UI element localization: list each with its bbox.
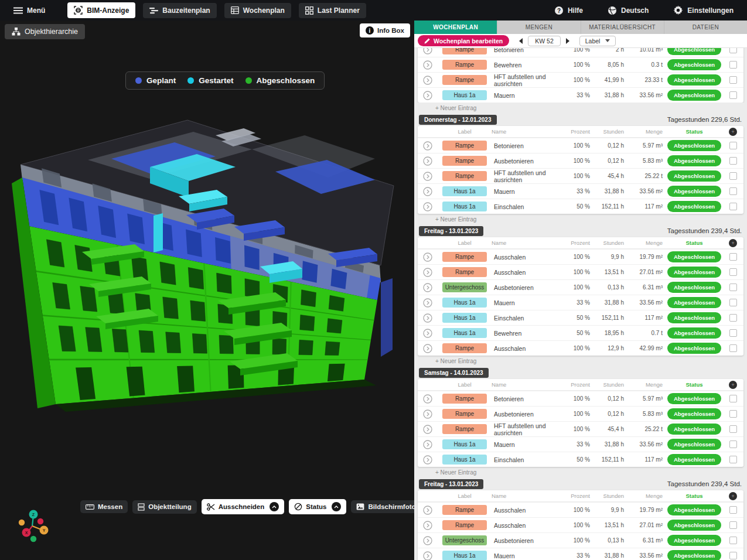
- row-expand-chevron[interactable]: [418, 268, 438, 277]
- screenshot-button[interactable]: Bildschirmfoto: [351, 500, 414, 513]
- measure-button[interactable]: Messen: [80, 500, 128, 513]
- bim-3d-viewer[interactable]: Objekthierarchie i Info Box Geplant Gest…: [0, 21, 414, 560]
- row-expand-chevron[interactable]: [418, 313, 438, 323]
- row-checkbox[interactable]: [729, 61, 737, 69]
- row-checkbox[interactable]: [729, 410, 737, 418]
- row-expand-chevron[interactable]: [418, 394, 438, 404]
- row-label-chip[interactable]: Rampe: [442, 48, 487, 54]
- row-checkbox[interactable]: [729, 344, 737, 352]
- row-expand-chevron[interactable]: [418, 409, 438, 419]
- status-badge[interactable]: Abgeschlossen: [667, 327, 721, 339]
- settings-button[interactable]: Einstellungen: [667, 2, 740, 19]
- row-label-chip[interactable]: Haus 1a: [442, 551, 487, 560]
- tab-materialuebersicht[interactable]: MATERIALÜBERSICHT: [581, 21, 664, 34]
- row-label-chip[interactable]: Rampe: [442, 409, 487, 419]
- language-button[interactable]: Deutsch: [601, 2, 655, 19]
- status-badge[interactable]: Abgeschlossen: [667, 186, 721, 197]
- row-checkbox[interactable]: [729, 284, 737, 291]
- row-checkbox[interactable]: [729, 299, 737, 306]
- row-label-chip[interactable]: Rampe: [442, 505, 487, 515]
- row-label-chip[interactable]: Rampe: [442, 156, 487, 166]
- row-checkbox[interactable]: [729, 76, 737, 84]
- tab-wochenplan[interactable]: WOCHENPLAN: [414, 21, 497, 34]
- row-checkbox[interactable]: [729, 521, 737, 529]
- status-badge[interactable]: Abgeschlossen: [667, 550, 721, 560]
- row-expand-chevron[interactable]: [418, 252, 438, 262]
- label-filter-dropdown[interactable]: Label: [579, 36, 616, 46]
- row-label-chip[interactable]: Haus 1a: [442, 313, 487, 323]
- row-expand-chevron[interactable]: [418, 48, 438, 54]
- status-badge[interactable]: Abgeschlossen: [667, 90, 721, 101]
- status-badge[interactable]: Abgeschlossen: [667, 520, 721, 531]
- row-expand-chevron[interactable]: [418, 455, 438, 465]
- new-entry-button[interactable]: + Neuer Eintrag: [414, 467, 747, 477]
- row-checkbox[interactable]: [729, 314, 737, 322]
- object-split-button[interactable]: Objektteilung: [132, 500, 196, 514]
- status-badge[interactable]: Abgeschlossen: [667, 74, 721, 86]
- row-checkbox[interactable]: [729, 329, 737, 337]
- row-expand-chevron[interactable]: [418, 551, 438, 560]
- row-checkbox[interactable]: [729, 253, 737, 261]
- nav-last-planner[interactable]: Last Planner: [299, 3, 366, 18]
- row-expand-chevron[interactable]: [418, 536, 438, 545]
- new-entry-button[interactable]: + Neuer Eintrag: [414, 356, 747, 366]
- row-expand-chevron[interactable]: [418, 202, 438, 211]
- new-entry-button[interactable]: + Neuer Eintrag: [414, 214, 747, 224]
- row-checkbox[interactable]: [729, 395, 737, 402]
- row-expand-chevron[interactable]: [418, 506, 438, 515]
- status-badge[interactable]: Abgeschlossen: [667, 393, 721, 404]
- row-checkbox[interactable]: [729, 441, 737, 448]
- row-label-chip[interactable]: Rampe: [442, 394, 487, 404]
- row-checkbox[interactable]: [729, 203, 737, 210]
- previous-week-arrow[interactable]: [519, 38, 523, 44]
- row-label-chip[interactable]: Haus 1a: [442, 186, 487, 196]
- row-label-chip[interactable]: Rampe: [442, 60, 487, 70]
- row-label-chip[interactable]: Untergeschoss: [442, 282, 487, 292]
- row-label-chip[interactable]: Haus 1a: [442, 298, 487, 308]
- building-model[interactable]: [0, 21, 414, 560]
- row-expand-chevron[interactable]: [418, 298, 438, 308]
- row-checkbox[interactable]: [729, 537, 737, 544]
- row-checkbox[interactable]: [729, 48, 737, 53]
- add-entry-icon[interactable]: +: [729, 492, 737, 500]
- status-badge[interactable]: Abgeschlossen: [667, 312, 721, 323]
- status-badge[interactable]: Abgeschlossen: [667, 504, 721, 515]
- row-label-chip[interactable]: Rampe: [442, 424, 487, 434]
- row-expand-chevron[interactable]: [418, 521, 438, 530]
- gizmo-z-negative[interactable]: [30, 536, 36, 542]
- row-expand-chevron[interactable]: [418, 76, 438, 85]
- row-label-chip[interactable]: Haus 1a: [442, 328, 487, 338]
- status-badge[interactable]: Abgeschlossen: [667, 48, 721, 55]
- object-hierarchy-button[interactable]: Objekthierarchie: [5, 24, 85, 39]
- row-expand-chevron[interactable]: [418, 172, 438, 181]
- row-expand-chevron[interactable]: [418, 344, 438, 353]
- next-week-arrow[interactable]: [566, 38, 569, 44]
- add-entry-icon[interactable]: +: [729, 128, 737, 136]
- status-badge[interactable]: Abgeschlossen: [667, 297, 721, 308]
- row-checkbox[interactable]: [729, 187, 737, 195]
- edit-weekplan-button[interactable]: Wochenplan bearbeiten: [418, 35, 509, 46]
- status-badge[interactable]: Abgeschlossen: [667, 454, 721, 465]
- nav-bim-anzeige[interactable]: BIM-Anzeige: [67, 2, 135, 18]
- row-label-chip[interactable]: Haus 1a: [442, 455, 487, 465]
- add-entry-icon[interactable]: +: [729, 239, 737, 247]
- row-label-chip[interactable]: Haus 1a: [442, 202, 487, 211]
- status-dropdown-toggle[interactable]: [332, 502, 341, 511]
- row-expand-chevron[interactable]: [418, 329, 438, 338]
- axis-gizmo[interactable]: Z Y X: [12, 489, 59, 545]
- status-badge[interactable]: Abgeschlossen: [667, 282, 721, 293]
- row-expand-chevron[interactable]: [418, 425, 438, 434]
- row-label-chip[interactable]: Rampe: [442, 267, 487, 277]
- row-checkbox[interactable]: [729, 552, 737, 559]
- tab-dateien[interactable]: DATEIEN: [664, 21, 747, 34]
- status-badge[interactable]: Abgeschlossen: [667, 140, 721, 151]
- row-label-chip[interactable]: Rampe: [442, 75, 487, 85]
- nav-bauzeitenplan[interactable]: Bauzeitenplan: [143, 3, 216, 18]
- row-checkbox[interactable]: [729, 456, 737, 463]
- gizmo-x-negative[interactable]: [37, 518, 43, 524]
- row-checkbox[interactable]: [729, 172, 737, 180]
- row-checkbox[interactable]: [729, 91, 737, 99]
- row-expand-chevron[interactable]: [418, 91, 438, 100]
- row-label-chip[interactable]: Haus 1a: [442, 439, 487, 449]
- calendar-week-box[interactable]: KW 52: [528, 36, 561, 46]
